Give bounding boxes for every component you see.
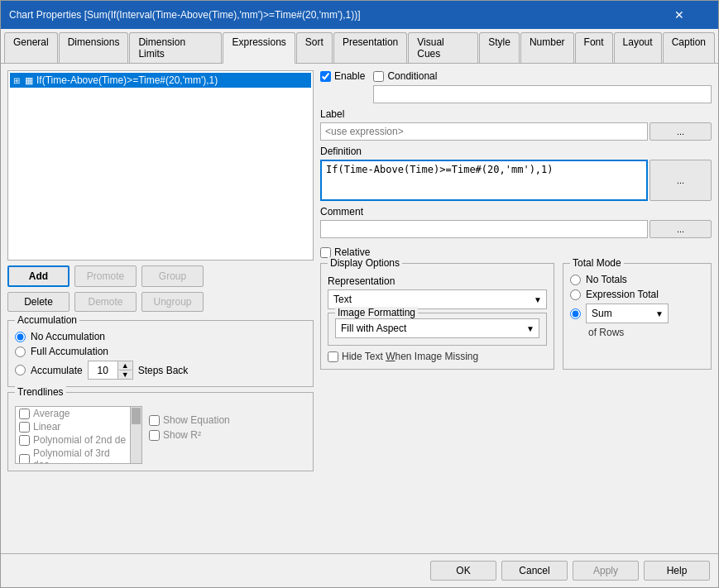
image-formatting-title: Image Formatting xyxy=(335,307,418,318)
trendline-average-label: Average xyxy=(33,408,70,419)
conditional-checkbox[interactable] xyxy=(373,71,384,82)
definition-dots-button[interactable]: ... xyxy=(649,160,712,201)
tab-presentation[interactable]: Presentation xyxy=(333,32,407,63)
trendline-linear-checkbox[interactable] xyxy=(19,422,30,433)
hide-text-checkbox[interactable] xyxy=(328,351,338,362)
close-button[interactable]: ✕ xyxy=(648,6,710,24)
definition-input-row: ... xyxy=(320,160,712,201)
no-accumulation-radio[interactable] xyxy=(15,332,26,342)
trendlines-list: Average Linear Polynomial of 2nd de xyxy=(15,406,131,464)
trendline-poly3: Polynomial of 3rd dec xyxy=(16,447,130,464)
definition-input[interactable] xyxy=(320,160,648,201)
comment-input[interactable] xyxy=(320,220,648,238)
tab-number[interactable]: Number xyxy=(520,32,574,63)
hide-text-label: Hide Text When Image Missing xyxy=(342,351,478,362)
show-equation-checkbox[interactable] xyxy=(149,415,160,426)
tab-dimension-limits[interactable]: Dimension Limits xyxy=(129,32,222,63)
trendlines-group: Trendlines Average Linear Po xyxy=(7,392,314,471)
help-button[interactable]: Help xyxy=(644,561,710,581)
sum-select[interactable]: Sum Avg Min Max xyxy=(586,304,669,323)
cancel-button[interactable]: Cancel xyxy=(501,561,568,581)
label-input-row: ... xyxy=(320,122,712,141)
accumulate-row: Accumulate ▲ ▼ Steps Back xyxy=(15,361,306,380)
display-options-title: Display Options xyxy=(328,257,402,269)
conditional-input[interactable] xyxy=(373,85,712,103)
full-accumulation-radio[interactable] xyxy=(15,347,26,357)
expression-total-radio[interactable] xyxy=(570,289,581,300)
group-button[interactable]: Group xyxy=(141,265,204,287)
total-mode-box: Total Mode No Totals Expression Total xyxy=(563,263,712,370)
add-button[interactable]: Add xyxy=(7,265,70,287)
trendline-linear-label: Linear xyxy=(33,421,60,433)
of-rows-label: of Rows xyxy=(588,327,704,338)
promote-button[interactable]: Promote xyxy=(74,265,137,287)
representation-label: Representation xyxy=(328,275,547,287)
trendline-average: Average xyxy=(16,407,130,420)
trendline-poly3-label: Polynomial of 3rd dec xyxy=(33,447,127,464)
sum-item: Sum Avg Min Max ▼ xyxy=(570,304,704,323)
total-mode-radio-group: No Totals Expression Total Sum Avg xyxy=(570,274,704,338)
definition-group: Definition ... xyxy=(320,146,712,201)
label-dots-button[interactable]: ... xyxy=(649,122,712,141)
accumulate-radio[interactable] xyxy=(15,365,26,375)
expression-icon: ▦ xyxy=(25,75,33,86)
trendline-poly2-checkbox[interactable] xyxy=(19,435,30,446)
expression-item[interactable]: ⊞ ▦ If(Time-Above(Time)>=Time#(20,'mm'),… xyxy=(10,73,311,88)
tab-expressions[interactable]: Expressions xyxy=(223,32,295,64)
definition-label: Definition xyxy=(320,146,712,157)
trendline-scrollbar[interactable] xyxy=(131,406,142,464)
tree-toggle: ⊞ xyxy=(13,76,20,85)
ok-button[interactable]: OK xyxy=(430,561,496,581)
delete-button[interactable]: Delete xyxy=(7,292,70,312)
show-r2-checkbox[interactable] xyxy=(149,430,160,441)
label-input[interactable] xyxy=(320,122,648,141)
image-formatting-select[interactable]: Fill with Aspect Fill Fit with Aspect Fi… xyxy=(335,318,539,338)
steps-back-label: Steps Back xyxy=(138,365,189,376)
enable-checkbox[interactable] xyxy=(320,71,331,82)
dialog-title: Chart Properties [Sum(If(Interval(Time-A… xyxy=(9,9,361,21)
show-equation-row: Show Equation xyxy=(149,414,230,426)
expression-list: ⊞ ▦ If(Time-Above(Time)>=Time#(20,'mm'),… xyxy=(7,70,314,261)
conditional-row: Conditional xyxy=(373,70,712,82)
no-accumulation-item: No Accumulation xyxy=(15,331,306,342)
trendline-poly3-checkbox[interactable] xyxy=(19,454,30,465)
tab-visual-cues[interactable]: Visual Cues xyxy=(408,32,478,63)
conditional-section: Conditional xyxy=(373,70,712,103)
trendlines-list-wrap: Average Linear Polynomial of 2nd de xyxy=(15,406,142,464)
steps-input[interactable] xyxy=(89,361,117,379)
sum-select-wrap: Sum Avg Min Max ▼ xyxy=(586,304,669,323)
right-panel: Enable Conditional Label ... xyxy=(320,70,712,547)
comment-dots-button[interactable]: ... xyxy=(649,220,712,238)
tab-bar: General Dimensions Dimension Limits Expr… xyxy=(1,29,718,64)
title-bar: Chart Properties [Sum(If(Interval(Time-A… xyxy=(1,1,718,29)
main-content: ⊞ ▦ If(Time-Above(Time)>=Time#(20,'mm'),… xyxy=(1,64,718,553)
no-totals-label: No Totals xyxy=(586,274,627,285)
relative-checkbox[interactable] xyxy=(320,247,331,258)
tab-dimensions[interactable]: Dimensions xyxy=(59,32,129,63)
display-total-section: Display Options Representation Text Line… xyxy=(320,263,712,370)
accumulation-group: Accumulation No Accumulation Full Accumu… xyxy=(7,320,314,387)
display-options-box: Display Options Representation Text Line… xyxy=(320,263,554,370)
trendlines-title: Trendlines xyxy=(15,386,66,398)
full-accumulation-label: Full Accumulation xyxy=(31,346,108,357)
sum-radio[interactable] xyxy=(570,308,581,319)
no-totals-radio[interactable] xyxy=(570,275,581,285)
tab-caption[interactable]: Caption xyxy=(663,32,715,63)
tab-style[interactable]: Style xyxy=(479,32,520,63)
expression-btn-row-2: Delete Demote Ungroup xyxy=(7,292,314,312)
steps-up[interactable]: ▲ xyxy=(118,361,132,370)
comment-group: Comment ... xyxy=(320,206,712,238)
trendline-average-checkbox[interactable] xyxy=(19,409,30,419)
bottom-bar: OK Cancel Apply Help xyxy=(1,553,718,587)
tab-layout[interactable]: Layout xyxy=(614,32,662,63)
ungroup-button[interactable]: Ungroup xyxy=(141,292,204,312)
tab-sort[interactable]: Sort xyxy=(296,32,333,63)
apply-button[interactable]: Apply xyxy=(573,561,639,581)
comment-input-row: ... xyxy=(320,220,712,238)
steps-down[interactable]: ▼ xyxy=(118,370,132,379)
enable-conditional-row: Enable Conditional xyxy=(320,70,712,103)
tab-font[interactable]: Font xyxy=(575,32,613,63)
demote-button[interactable]: Demote xyxy=(74,292,137,312)
tab-general[interactable]: General xyxy=(4,32,58,63)
label-group: Label ... xyxy=(320,108,712,141)
